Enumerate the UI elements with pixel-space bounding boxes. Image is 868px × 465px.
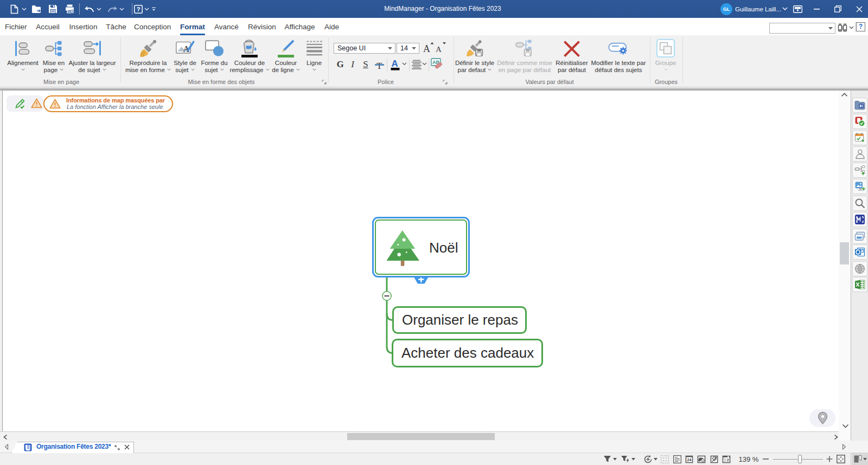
svg-text:?: ? xyxy=(136,6,140,12)
svg-text:24: 24 xyxy=(687,457,691,461)
svg-text:T: T xyxy=(376,61,382,71)
svg-text:A: A xyxy=(436,45,442,54)
svg-text:A: A xyxy=(423,43,430,54)
svg-text:A: A xyxy=(392,59,398,69)
